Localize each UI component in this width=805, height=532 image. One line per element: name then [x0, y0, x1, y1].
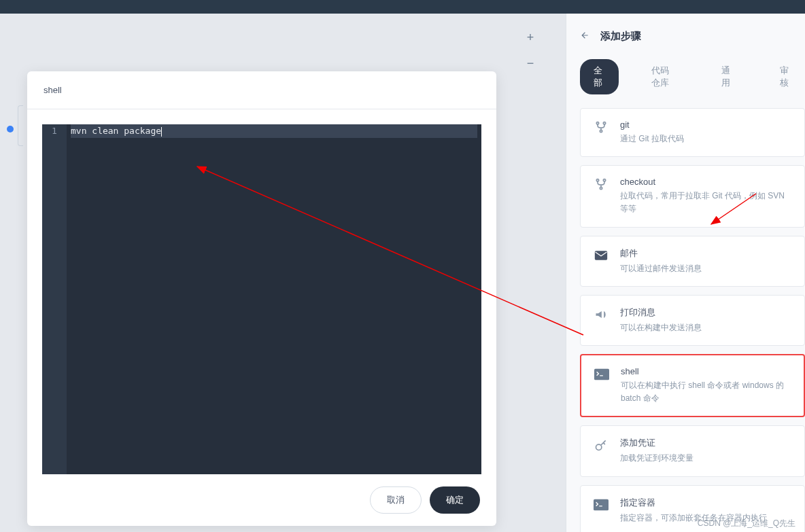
tabs: 全部 代码仓库 通用 审核: [580, 59, 805, 94]
step-item-git[interactable]: git 通过 Git 拉取代码: [580, 108, 805, 157]
mail-icon: [593, 247, 609, 264]
step-title: 添加凭证: [620, 437, 792, 449]
horn-icon: [593, 306, 609, 323]
code-text: mvn clean package: [71, 126, 161, 136]
step-title: shell: [621, 366, 791, 376]
sidebar-title: 添加步骤: [600, 30, 641, 43]
svg-point-1: [603, 122, 605, 124]
add-step-sidebar: 添加步骤 全部 代码仓库 通用 审核 git 通过 Git 拉取代码 check…: [566, 14, 805, 532]
step-item-credentials[interactable]: 添加凭证 加载凭证到环境变量: [580, 425, 805, 476]
tab-code-repo[interactable]: 代码仓库: [638, 59, 689, 94]
step-desc: 拉取代码，常用于拉取非 Git 代码，例如 SVN 等等: [620, 190, 792, 215]
step-title: 指定容器: [620, 497, 792, 509]
svg-point-4: [603, 179, 605, 181]
svg-point-8: [596, 444, 602, 450]
tab-review[interactable]: 审核: [766, 59, 805, 94]
svg-point-2: [600, 130, 602, 132]
sidebar-header: 添加步骤: [580, 30, 805, 43]
confirm-button[interactable]: 确定: [430, 486, 480, 514]
svg-point-5: [600, 188, 602, 190]
top-header: [0, 0, 805, 14]
tab-all[interactable]: 全部: [580, 59, 619, 94]
step-desc: 可以通过邮件发送消息: [620, 262, 792, 275]
code-editor[interactable]: 1 mvn clean package: [42, 124, 481, 474]
step-item-checkout[interactable]: checkout 拉取代码，常用于拉取非 Git 代码，例如 SVN 等等: [580, 165, 805, 227]
code-content[interactable]: mvn clean package: [67, 124, 481, 474]
step-desc: 可以在构建中执行 shell 命令或者 windows 的 batch 命令: [621, 379, 791, 405]
svg-point-3: [596, 179, 598, 181]
svg-rect-6: [595, 251, 607, 260]
watermark: CSDN @上海_运维_Q先生: [698, 518, 795, 529]
line-numbers: 1: [42, 124, 67, 474]
key-icon: [593, 437, 609, 453]
tab-general[interactable]: 通用: [708, 59, 747, 94]
step-title: 邮件: [620, 247, 792, 260]
step-title: git: [620, 120, 792, 130]
branch-icon: [593, 120, 609, 136]
step-title: checkout: [620, 177, 792, 187]
cancel-button[interactable]: 取消: [370, 486, 422, 514]
svg-point-0: [596, 122, 598, 124]
step-item-shell[interactable]: shell 可以在构建中执行 shell 命令或者 windows 的 batc…: [580, 354, 805, 417]
step-desc: 加载凭证到环境变量: [620, 452, 792, 465]
branch-icon: [593, 177, 609, 193]
zoom-out-button[interactable]: −: [524, 56, 537, 70]
terminal-icon: [593, 497, 609, 513]
shell-modal: shell 1 mvn clean package 取消 确定: [27, 71, 496, 526]
zoom-controls: + −: [524, 31, 537, 70]
terminal-icon: [594, 366, 610, 383]
step-desc: 通过 Git 拉取代码: [620, 132, 792, 145]
svg-rect-9: [594, 499, 609, 510]
svg-rect-7: [594, 369, 609, 380]
step-item-mail[interactable]: 邮件 可以通过邮件发送消息: [580, 236, 805, 287]
back-arrow-icon[interactable]: [580, 31, 589, 43]
modal-footer: 取消 确定: [27, 474, 496, 526]
line-number: 1: [42, 124, 67, 138]
modal-title: shell: [27, 71, 496, 109]
step-list: git 通过 Git 拉取代码 checkout 拉取代码，常用于拉取非 Git…: [580, 108, 805, 532]
step-desc: 可以在构建中发送消息: [620, 321, 792, 334]
step-item-print[interactable]: 打印消息 可以在构建中发送消息: [580, 295, 805, 346]
zoom-in-button[interactable]: +: [524, 31, 537, 44]
step-title: 打印消息: [620, 306, 792, 319]
